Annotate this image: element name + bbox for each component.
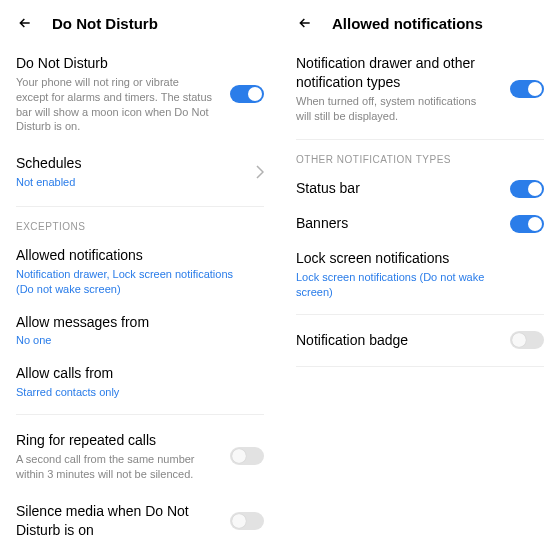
calls-row[interactable]: Allow calls from Starred contacts only bbox=[0, 356, 280, 408]
repeated-title: Ring for repeated calls bbox=[16, 431, 264, 450]
banners-toggle[interactable] bbox=[510, 215, 544, 233]
dnd-title: Do Not Disturb bbox=[16, 54, 264, 73]
page-title: Do Not Disturb bbox=[52, 15, 158, 32]
dnd-toggle[interactable] bbox=[230, 85, 264, 103]
schedules-row[interactable]: Schedules Not enabled bbox=[0, 144, 280, 200]
lockscreen-title: Lock screen notifications bbox=[296, 249, 544, 268]
repeated-row[interactable]: Ring for repeated calls A second call fr… bbox=[0, 421, 280, 492]
drawer-toggle[interactable] bbox=[510, 80, 544, 98]
divider bbox=[296, 139, 544, 140]
allowed-value: Notification drawer, Lock screen notific… bbox=[16, 267, 264, 297]
repeated-toggle[interactable] bbox=[230, 447, 264, 465]
drawer-desc: When turned off, system notifications wi… bbox=[296, 94, 544, 124]
divider bbox=[16, 414, 264, 415]
header: Allowed notifications bbox=[280, 0, 560, 44]
divider bbox=[296, 366, 544, 367]
badge-toggle[interactable] bbox=[510, 331, 544, 349]
dnd-row[interactable]: Do Not Disturb Your phone will not ring … bbox=[0, 44, 280, 144]
lockscreen-row[interactable]: Lock screen notifications Lock screen no… bbox=[280, 241, 560, 308]
silence-title: Silence media when Do Not Disturb is on bbox=[16, 502, 264, 535]
repeated-desc: A second call from the same number withi… bbox=[16, 452, 264, 482]
schedules-value: Not enabled bbox=[16, 175, 264, 190]
calls-value: Starred contacts only bbox=[16, 385, 264, 400]
statusbar-title: Status bar bbox=[296, 179, 544, 198]
chevron-right-icon bbox=[256, 165, 264, 179]
statusbar-row[interactable]: Status bar bbox=[280, 171, 560, 206]
badge-title: Notification badge bbox=[296, 331, 544, 350]
allowed-title: Allowed notifications bbox=[16, 246, 264, 265]
dnd-desc: Your phone will not ring or vibrate exce… bbox=[16, 75, 264, 134]
schedules-title: Schedules bbox=[16, 154, 264, 173]
page-title: Allowed notifications bbox=[332, 15, 483, 32]
lockscreen-value: Lock screen notifications (Do not wake s… bbox=[296, 270, 544, 300]
drawer-title: Notification drawer and other notificati… bbox=[296, 54, 544, 92]
banners-title: Banners bbox=[296, 214, 544, 233]
exceptions-label: EXCEPTIONS bbox=[0, 213, 280, 238]
back-icon[interactable] bbox=[16, 14, 34, 32]
calls-title: Allow calls from bbox=[16, 364, 264, 383]
statusbar-toggle[interactable] bbox=[510, 180, 544, 198]
badge-row[interactable]: Notification badge bbox=[280, 321, 560, 360]
messages-value: No one bbox=[16, 333, 264, 348]
silence-toggle[interactable] bbox=[230, 512, 264, 530]
back-icon[interactable] bbox=[296, 14, 314, 32]
dnd-panel: Do Not Disturb Do Not Disturb Your phone… bbox=[0, 0, 280, 535]
silence-row[interactable]: Silence media when Do Not Disturb is on bbox=[0, 492, 280, 535]
other-types-label: OTHER NOTIFICATION TYPES bbox=[280, 146, 560, 171]
drawer-row[interactable]: Notification drawer and other notificati… bbox=[280, 44, 560, 133]
divider bbox=[16, 206, 264, 207]
allowed-panel: Allowed notifications Notification drawe… bbox=[280, 0, 560, 535]
header: Do Not Disturb bbox=[0, 0, 280, 44]
messages-row[interactable]: Allow messages from No one bbox=[0, 305, 280, 357]
messages-title: Allow messages from bbox=[16, 313, 264, 332]
allowed-row[interactable]: Allowed notifications Notification drawe… bbox=[0, 238, 280, 305]
divider bbox=[296, 314, 544, 315]
banners-row[interactable]: Banners bbox=[280, 206, 560, 241]
